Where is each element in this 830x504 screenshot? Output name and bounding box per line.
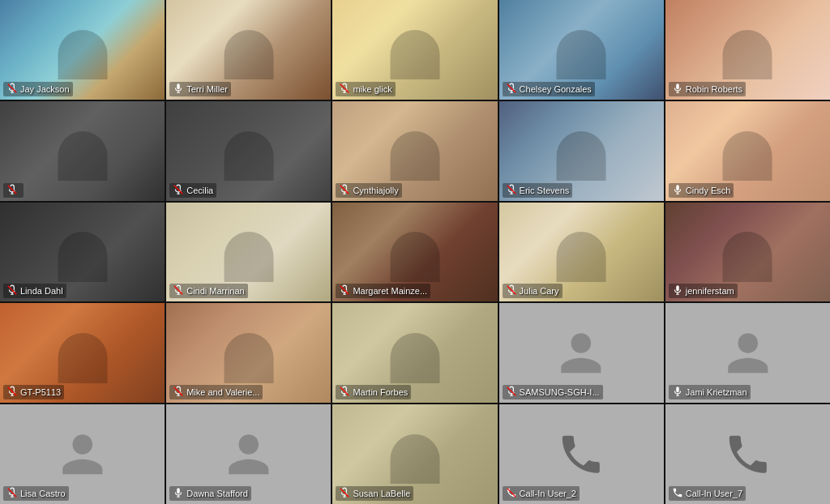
participant-label-mike-glick: mike glick xyxy=(336,82,395,96)
participant-cell-mike-valerie[interactable]: Mike and Valerie... xyxy=(166,303,331,403)
participant-label-linda-dahl: Linda Dahl xyxy=(3,284,66,298)
muted-mic-icon xyxy=(173,184,184,197)
participant-cell-cindy-esch[interactable]: Cindy Esch xyxy=(665,101,830,201)
muted-mic-icon xyxy=(173,386,184,399)
participant-label-cynthiajolly: Cynthiajolly xyxy=(336,183,401,198)
participant-name: Margaret Mainze... xyxy=(353,286,427,296)
participant-label-lisa-castro: Lisa Castro xyxy=(3,486,69,501)
muted-mic-icon xyxy=(506,487,517,500)
participant-label-jay-jackson: Jay Jackson xyxy=(3,82,73,96)
participant-cell-jami-krietzman[interactable]: Jami Krietzman xyxy=(665,303,830,403)
participant-name: Lisa Castro xyxy=(20,489,66,498)
participant-cell-cindi-marrinan[interactable]: Cindi Marrinan xyxy=(166,203,331,302)
active-mic-icon xyxy=(672,184,683,197)
muted-mic-icon xyxy=(6,83,18,96)
muted-mic-icon xyxy=(339,487,350,500)
participant-label-cindy-esch: Cindy Esch xyxy=(669,183,734,198)
participant-label-robin-roberts: Robin Roberts xyxy=(669,82,746,96)
video-grid: Jay Jackson Terri Miller mike glick Chel… xyxy=(0,0,830,504)
participant-name: Robin Roberts xyxy=(686,84,742,94)
participant-name: jenniferstam xyxy=(686,286,734,296)
participant-label-julia-cary: Julia Cary xyxy=(503,284,563,298)
muted-mic-icon xyxy=(339,83,350,96)
participant-label-cecilia: Cecilia xyxy=(169,183,216,198)
participant-cell-samsung[interactable]: SAMSUNG-SGH-I... xyxy=(499,303,664,403)
active-mic-icon xyxy=(672,386,683,399)
participant-name: Jami Krietzman xyxy=(686,387,747,397)
participant-label-jami-krietzman: Jami Krietzman xyxy=(669,385,751,399)
participant-label-dawna-stafford: Dawna Stafford xyxy=(169,486,251,501)
participant-cell-callin-user7[interactable]: Call-In User_7 xyxy=(665,404,830,504)
participant-label-gt-p5113: GT-P5113 xyxy=(3,385,64,399)
muted-mic-icon xyxy=(6,487,18,500)
participant-cell-callin-user2[interactable]: Call-In User_2 xyxy=(499,404,664,504)
participant-label-margaret-mainze: Margaret Mainze... xyxy=(336,284,430,298)
muted-mic-icon xyxy=(173,284,184,297)
participant-label-chelsey-gonzales: Chelsey Gonzales xyxy=(503,82,595,96)
participant-cell-margaret-mainze[interactable]: Margaret Mainze... xyxy=(332,203,497,302)
participant-label-callin-user7: Call-In User_7 xyxy=(669,486,746,501)
participant-label-samsung: SAMSUNG-SGH-I... xyxy=(503,385,603,399)
participant-label-callin-user2: Call-In User_2 xyxy=(503,486,580,501)
participant-cell-cecilia[interactable]: Cecilia xyxy=(166,101,331,201)
participant-name: Martin Forbes xyxy=(353,387,408,397)
participant-cell-lisa-castro[interactable]: Lisa Castro xyxy=(0,404,165,504)
participant-name: Eric Stevens xyxy=(520,186,570,195)
participant-name: SAMSUNG-SGH-I... xyxy=(520,387,600,397)
participant-name: Susan LaBelle xyxy=(353,489,410,498)
active-mic-icon xyxy=(173,487,184,500)
participant-name: Dawna Stafford xyxy=(186,489,248,498)
participant-name: Terri Miller xyxy=(186,84,228,94)
participant-cell-dawna-stafford[interactable]: Dawna Stafford xyxy=(166,404,331,504)
participant-name: Cecilia xyxy=(186,186,213,195)
participant-name: Julia Cary xyxy=(520,286,559,296)
muted-mic-icon xyxy=(6,386,18,399)
participant-cell-cynthiajolly[interactable]: Cynthiajolly xyxy=(332,101,497,201)
active-mic-icon xyxy=(672,487,683,500)
participant-cell-susan-labelle[interactable]: Susan LaBelle xyxy=(332,404,497,504)
participant-name: Chelsey Gonzales xyxy=(520,84,592,94)
participant-cell-mike-glick[interactable]: mike glick xyxy=(332,0,497,100)
muted-mic-icon xyxy=(6,184,18,197)
participant-name: mike glick xyxy=(353,84,391,94)
participant-name: Jay Jackson xyxy=(20,84,70,94)
participant-name: Cynthiajolly xyxy=(353,186,398,195)
muted-mic-icon xyxy=(506,184,517,197)
participant-cell-jenniferstam[interactable]: jenniferstam xyxy=(665,203,830,302)
muted-mic-icon xyxy=(339,284,350,297)
participant-cell-gt-p5113[interactable]: GT-P5113 xyxy=(0,303,165,403)
participant-name: Cindy Esch xyxy=(686,186,731,195)
participant-cell-jay-jackson[interactable]: Jay Jackson xyxy=(0,0,165,100)
muted-mic-icon xyxy=(506,386,517,399)
active-mic-icon xyxy=(672,83,683,96)
participant-name: GT-P5113 xyxy=(20,387,61,397)
participant-name: Call-In User_2 xyxy=(520,489,576,498)
participant-label-cindi-marrinan: Cindi Marrinan xyxy=(169,284,248,298)
muted-mic-icon xyxy=(339,386,350,399)
participant-cell-chelsey-gonzales[interactable]: Chelsey Gonzales xyxy=(499,0,664,100)
participant-cell-martin-forbes[interactable]: Martin Forbes xyxy=(332,303,497,403)
muted-mic-icon xyxy=(339,184,350,197)
participant-label-eric-stevens: Eric Stevens xyxy=(503,183,573,198)
participant-label-noname1 xyxy=(3,183,24,198)
participant-cell-terri-miller[interactable]: Terri Miller xyxy=(166,0,331,100)
participant-label-martin-forbes: Martin Forbes xyxy=(336,385,411,399)
participant-cell-eric-stevens[interactable]: Eric Stevens xyxy=(499,101,664,201)
participant-cell-noname1[interactable] xyxy=(0,101,165,201)
participant-name: Mike and Valerie... xyxy=(186,387,259,397)
participant-label-mike-valerie: Mike and Valerie... xyxy=(169,385,263,399)
participant-label-jenniferstam: jenniferstam xyxy=(669,284,738,298)
participant-name: Linda Dahl xyxy=(20,286,63,296)
muted-mic-icon xyxy=(6,284,18,297)
muted-mic-icon xyxy=(506,83,517,96)
participant-cell-linda-dahl[interactable]: Linda Dahl xyxy=(0,203,165,302)
participant-label-terri-miller: Terri Miller xyxy=(169,82,231,96)
participant-label-susan-labelle: Susan LaBelle xyxy=(336,486,413,501)
participant-cell-julia-cary[interactable]: Julia Cary xyxy=(499,203,664,302)
active-mic-icon xyxy=(173,83,184,96)
participant-name: Cindi Marrinan xyxy=(186,286,245,296)
participant-name: Call-In User_7 xyxy=(686,489,742,498)
participant-cell-robin-roberts[interactable]: Robin Roberts xyxy=(665,0,830,100)
muted-mic-icon xyxy=(506,284,517,297)
active-mic-icon xyxy=(672,284,683,297)
